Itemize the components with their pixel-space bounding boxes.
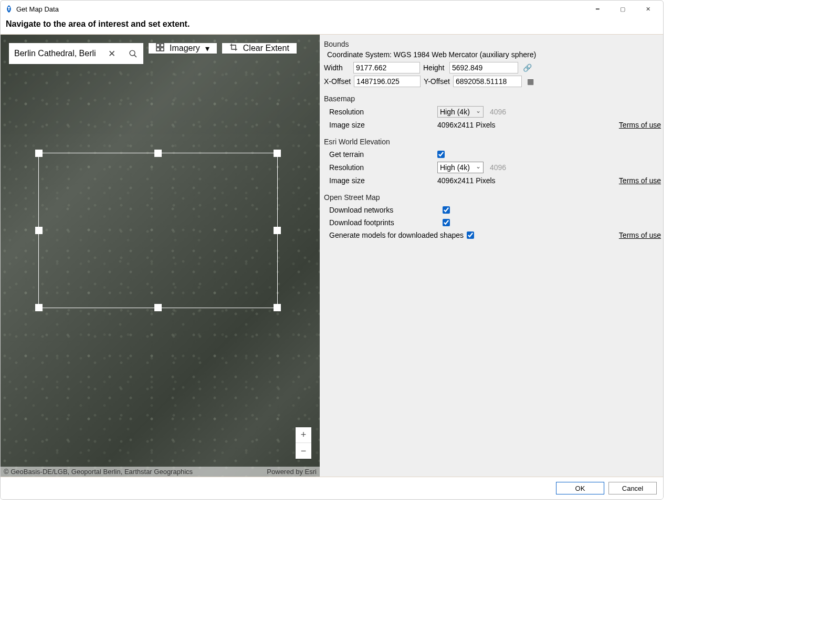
extent-handle-bottom-left[interactable] <box>35 304 43 311</box>
search-group: ✕ <box>9 43 143 64</box>
basemap-size-label: Image size <box>329 121 434 129</box>
elev-size-value: 4096x2411 Pixels <box>437 176 496 185</box>
yoffset-input[interactable] <box>453 76 522 87</box>
attribution-bar: © GeoBasis-DE/LGB, Geoportal Berlin, Ear… <box>1 467 320 477</box>
elev-res-label: Resolution <box>329 163 434 172</box>
footer: OK Cancel <box>1 477 663 499</box>
osm-footprints-checkbox[interactable] <box>443 219 450 226</box>
basemap-res-px: 4096 <box>490 108 506 116</box>
minimize-button[interactable]: ━ <box>586 1 608 17</box>
extent-handle-mid-right[interactable] <box>274 227 281 234</box>
map-toolbar: ✕ Imagery ▾ Clear Extent <box>9 43 297 64</box>
height-label: Height <box>423 64 446 72</box>
extent-handle-bottom-right[interactable] <box>274 304 281 311</box>
extent-rectangle[interactable] <box>38 153 278 308</box>
extent-handle-bottom-mid[interactable] <box>154 304 162 311</box>
terrain-label: Get terrain <box>329 150 434 159</box>
elevation-title: Esri World Elevation <box>323 135 661 148</box>
app-icon <box>5 5 13 13</box>
basemap-selector[interactable]: Imagery ▾ <box>149 43 217 54</box>
instruction-text: Navigate to the area of interest and set… <box>1 17 663 34</box>
osm-footprints-label: Download footprints <box>329 218 439 227</box>
settings-panel: Bounds Coordinate System: WGS 1984 Web M… <box>320 35 663 477</box>
zoom-in-button[interactable]: + <box>296 427 311 443</box>
bounds-title: Bounds <box>323 38 661 50</box>
width-label: Width <box>324 64 350 72</box>
basemap-title: Basemap <box>323 92 661 105</box>
extent-handle-top-right[interactable] <box>274 150 281 157</box>
titlebar: Get Map Data ━ ▢ ✕ <box>1 1 663 17</box>
basemap-label: Imagery <box>170 44 200 53</box>
elev-res-px: 4096 <box>490 163 506 172</box>
elev-res-select[interactable]: High (4k) <box>437 162 484 173</box>
clear-search-icon[interactable]: ✕ <box>101 43 122 64</box>
svg-rect-3 <box>161 44 164 47</box>
cancel-button[interactable]: Cancel <box>608 482 657 494</box>
maximize-button[interactable]: ▢ <box>612 1 634 17</box>
xoffset-input[interactable] <box>354 76 421 87</box>
elev-size-label: Image size <box>329 176 434 185</box>
svg-line-1 <box>134 55 136 57</box>
osm-terms-link[interactable]: Terms of use <box>619 231 661 239</box>
terrain-checkbox[interactable] <box>437 151 445 158</box>
clear-extent-label: Clear Extent <box>243 44 289 53</box>
zoom-out-button[interactable]: − <box>296 443 311 459</box>
height-input[interactable] <box>449 62 518 73</box>
elev-terms-link[interactable]: Terms of use <box>619 176 661 185</box>
osm-networks-label: Download networks <box>329 206 439 214</box>
attribution-left: © GeoBasis-DE/LGB, Geoportal Berlin, Ear… <box>4 468 193 476</box>
chevron-down-icon: ▾ <box>205 44 209 54</box>
basemap-size-value: 4096x2411 Pixels <box>437 121 496 129</box>
osm-title: Open Street Map <box>323 191 661 204</box>
extent-handle-top-left[interactable] <box>35 150 43 157</box>
zoom-control: + − <box>296 427 311 459</box>
close-button[interactable]: ✕ <box>637 1 659 17</box>
basemap-grid-icon <box>156 43 164 54</box>
clear-extent-button[interactable]: Clear Extent <box>222 43 297 54</box>
basemap-terms-link[interactable]: Terms of use <box>619 121 661 129</box>
xoffset-label: X-Offset <box>324 77 351 86</box>
main-area: ✕ Imagery ▾ Clear Extent <box>1 34 663 477</box>
attribution-right: Powered by Esri <box>267 468 317 476</box>
svg-rect-5 <box>161 48 164 51</box>
window-title: Get Map Data <box>16 5 583 13</box>
crop-icon <box>229 43 238 54</box>
svg-point-0 <box>130 50 135 56</box>
basemap-res-select[interactable]: High (4k) <box>437 106 484 118</box>
search-icon[interactable] <box>122 43 143 64</box>
link-wh-icon[interactable]: 🔗 <box>521 64 533 72</box>
extent-handle-mid-left[interactable] <box>35 227 43 234</box>
basemap-res-label: Resolution <box>329 108 434 116</box>
map-panel[interactable]: ✕ Imagery ▾ Clear Extent <box>1 35 320 477</box>
svg-rect-4 <box>156 48 160 51</box>
osm-generate-checkbox[interactable] <box>467 231 474 239</box>
svg-rect-2 <box>156 44 160 47</box>
osm-networks-checkbox[interactable] <box>443 206 450 214</box>
yoffset-label: Y-Offset <box>424 77 450 86</box>
osm-generate-label: Generate models for downloaded shapes <box>329 231 464 239</box>
extent-handle-top-mid[interactable] <box>154 150 162 157</box>
search-input[interactable] <box>9 43 101 64</box>
ok-button[interactable]: OK <box>556 482 604 494</box>
coord-system-label: Coordinate System: WGS 1984 Web Mercator… <box>323 50 661 59</box>
width-input[interactable] <box>353 62 420 73</box>
qr-icon[interactable]: ▦ <box>525 77 537 86</box>
